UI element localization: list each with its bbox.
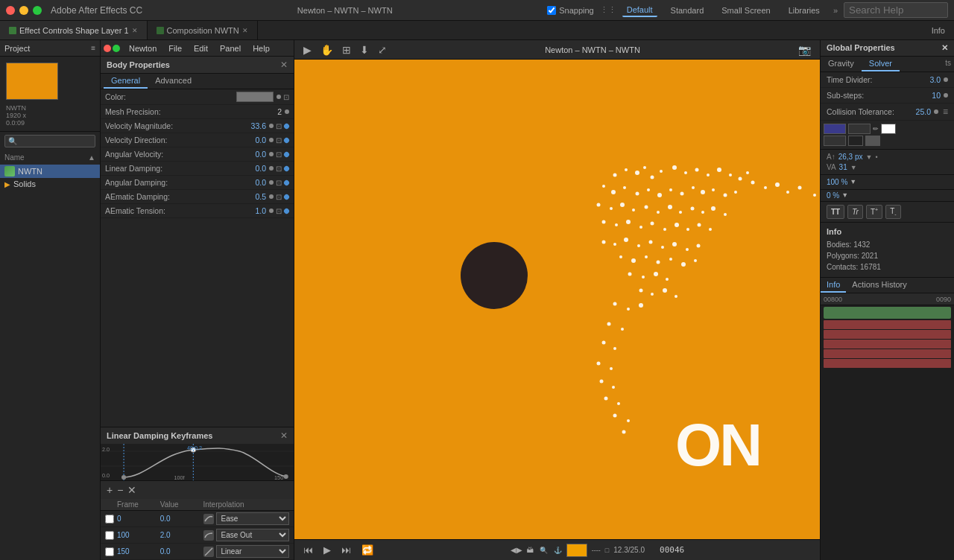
kf-add-btn[interactable]: + <box>107 484 113 496</box>
aet-random[interactable]: ⊡ <box>276 207 282 215</box>
menu-panel[interactable]: Panel <box>214 42 247 54</box>
expand-tool[interactable]: ⤢ <box>375 42 390 57</box>
interp-select-150[interactable]: Ease Ease Out Linear <box>216 545 290 558</box>
search-input[interactable] <box>844 2 948 18</box>
gp-more[interactable]: ts <box>942 57 954 71</box>
maximize-window-btn[interactable] <box>33 6 42 15</box>
close-effect-controls[interactable]: ✕ <box>132 27 138 34</box>
kf-remove-btn[interactable]: − <box>117 484 123 496</box>
kf-check-0[interactable] <box>105 515 114 524</box>
frame-size-btn[interactable]: □ <box>605 547 609 554</box>
font-size-dot[interactable]: • <box>875 153 877 161</box>
vd-stopwatch[interactable] <box>269 138 274 142</box>
select-tool[interactable]: ▶ <box>300 42 315 57</box>
tab-info[interactable]: Info <box>821 278 846 293</box>
color-swatch-6[interactable] <box>865 136 880 146</box>
scrubber-left[interactable]: ◀▶ <box>511 546 522 554</box>
play-btn[interactable]: ▶ <box>320 543 334 557</box>
menu-newton[interactable]: Newton <box>123 42 162 54</box>
anchor[interactable]: ⚓ <box>554 547 562 554</box>
pct2-value[interactable]: 0 % <box>827 191 839 200</box>
loop-btn[interactable]: 🔁 <box>358 543 376 557</box>
av-stopwatch[interactable] <box>269 152 274 156</box>
velocity-magnitude-value[interactable]: 33.6 <box>236 121 266 130</box>
vd-random[interactable]: ⊡ <box>276 136 282 144</box>
snap-to-frames[interactable]: ⬇ <box>357 42 372 57</box>
grid-tool[interactable]: ⊞ <box>339 42 354 57</box>
time-divider-value[interactable]: 3.0 <box>929 75 941 84</box>
tab-default[interactable]: Default <box>622 4 657 17</box>
ct-menu[interactable]: ≡ <box>943 106 948 117</box>
close-keyframes[interactable]: ✕ <box>280 430 288 441</box>
linear-damping-value[interactable]: 0.0 <box>236 164 266 173</box>
next-frame-btn[interactable]: ⏭ <box>338 543 354 557</box>
tab-standard[interactable]: Standard <box>666 4 709 16</box>
color-swatch-3[interactable] <box>881 124 896 134</box>
menu-edit[interactable]: Edit <box>188 42 214 54</box>
vd-keyframe[interactable] <box>283 136 291 144</box>
tt-italic-btn[interactable]: Tr <box>847 205 863 219</box>
angular-damping-value[interactable]: 0.0 <box>236 178 266 187</box>
project-item-solids[interactable]: ▶ Solids <box>0 178 100 190</box>
hand-tool[interactable]: ✋ <box>318 42 336 57</box>
mesh-stopwatch[interactable] <box>285 109 289 114</box>
aed-keyframe[interactable] <box>283 193 291 200</box>
aet-stopwatch[interactable] <box>269 209 274 213</box>
interp-select-0[interactable]: Ease Ease Out Linear <box>216 512 290 525</box>
pct1-value[interactable]: 100 % <box>827 178 847 186</box>
color-stopwatch[interactable] <box>277 95 281 99</box>
kf-delete-btn[interactable]: ✕ <box>127 484 136 496</box>
tab-composition[interactable]: Composition NWTN ✕ <box>148 21 258 39</box>
color-swatch[interactable] <box>236 92 274 102</box>
velocity-direction-value[interactable]: 0.0 <box>236 136 266 144</box>
tt-superscript-btn[interactable]: T+ <box>866 205 882 219</box>
minimize-window-btn[interactable] <box>19 6 28 15</box>
tab-general[interactable]: General <box>104 74 148 89</box>
gp-close[interactable]: ✕ <box>941 43 948 53</box>
vm-keyframe[interactable] <box>283 122 291 130</box>
kf-check-150[interactable] <box>105 547 114 556</box>
td-dot[interactable] <box>944 77 948 82</box>
tab-small-screen[interactable]: Small Screen <box>717 4 774 16</box>
color-swatch-5[interactable] <box>848 136 863 146</box>
ad-stopwatch[interactable] <box>269 180 274 185</box>
aet-keyframe[interactable] <box>283 207 291 214</box>
color-random[interactable]: ⊡ <box>283 93 289 101</box>
ad-random[interactable]: ⊡ <box>276 179 282 187</box>
snapping-checkbox[interactable] <box>547 6 556 15</box>
zoom-in[interactable]: 🔍 <box>540 547 548 554</box>
kf-check-100[interactable] <box>105 531 114 540</box>
ss-dot[interactable] <box>944 93 948 98</box>
substeps-value[interactable]: 10 <box>932 91 941 100</box>
project-menu[interactable]: ≡ <box>91 44 95 52</box>
color-swatch-4[interactable] <box>824 136 846 146</box>
aematic-damping-value[interactable]: 0.5 <box>236 192 266 201</box>
timeline-range[interactable] <box>824 307 951 319</box>
vm-random[interactable]: ⊡ <box>276 122 282 130</box>
camera-btn[interactable]: 📷 <box>795 42 814 57</box>
project-item-nwtn[interactable]: NWTN <box>0 165 100 178</box>
aed-stopwatch[interactable] <box>269 194 274 199</box>
menu-file[interactable]: File <box>162 42 188 54</box>
close-composition[interactable]: ✕ <box>242 27 248 34</box>
snapping-toggle[interactable]: Snapping <box>547 6 594 15</box>
aed-random[interactable]: ⊡ <box>276 193 282 201</box>
tab-gravity[interactable]: Gravity <box>821 57 862 71</box>
color-swatch-1[interactable] <box>824 124 846 134</box>
prev-frame-btn[interactable]: ⏮ <box>300 543 316 557</box>
edit-icon[interactable]: ✏ <box>873 125 879 133</box>
aematic-tension-value[interactable]: 1.0 <box>236 206 266 215</box>
av-random[interactable]: ⊡ <box>276 150 282 159</box>
font-size-value[interactable]: 26,3 px <box>838 153 863 161</box>
tab-actions-history[interactable]: Actions History <box>846 278 912 293</box>
av-keyframe[interactable] <box>283 150 291 158</box>
font-size-arrow[interactable]: ▼ <box>865 153 872 161</box>
leading-value[interactable]: 31 <box>839 163 847 171</box>
ad-keyframe[interactable] <box>283 179 291 186</box>
tt-bold-btn[interactable]: TT <box>827 205 844 219</box>
leading-arrow[interactable]: ▼ <box>850 164 857 171</box>
zoom-out[interactable]: 🏔 <box>527 547 534 554</box>
color-swatch-2[interactable] <box>848 124 871 134</box>
info-tab[interactable]: Info <box>923 21 954 39</box>
tab-advanced[interactable]: Advanced <box>148 74 199 89</box>
